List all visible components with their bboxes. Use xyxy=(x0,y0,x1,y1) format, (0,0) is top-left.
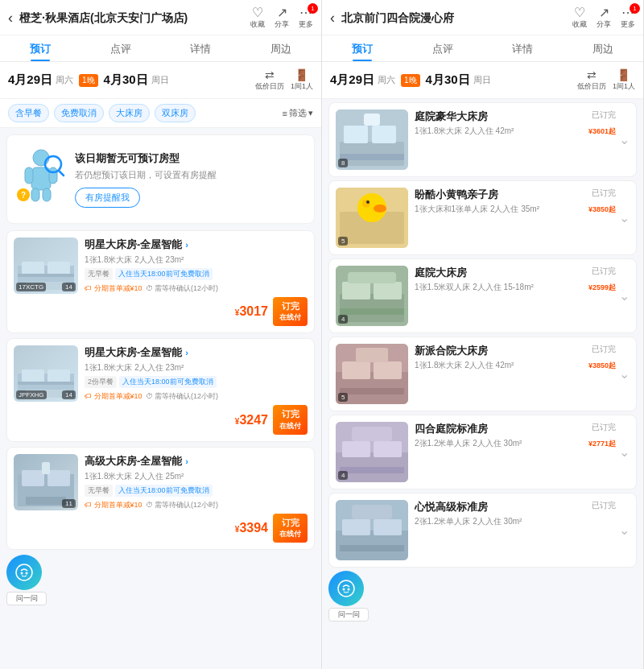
expand-icon-4[interactable]: ⌄ xyxy=(619,444,630,460)
right-room-1: 5 盼酷小黄鸭亲子房 1张大床和1张单人床 2人入住 35m² 已订完 ¥385… xyxy=(328,180,637,255)
svg-point-37 xyxy=(362,200,370,208)
right-price-1: ¥3850起 xyxy=(588,200,616,215)
left-back-icon[interactable]: ‹ xyxy=(8,10,13,27)
notify-btn[interactable]: 有房提醒我 xyxy=(75,188,140,208)
right-room-img-5[interactable] xyxy=(336,500,408,560)
right-room-img-0[interactable]: 8 xyxy=(336,109,408,170)
right-room-name-4[interactable]: 四合庭院标准房 xyxy=(415,422,584,436)
left-low-price-btn[interactable]: ⇄ 低价日历 xyxy=(255,68,284,92)
right-week1: 周六 xyxy=(378,74,395,86)
right-room-img-3[interactable]: 5 xyxy=(336,344,408,404)
left-low-price-label: 低价日历 xyxy=(255,81,284,92)
room-name-0[interactable]: 明星大床房-全屋智能 › xyxy=(85,237,308,252)
filter-breakfast[interactable]: 含早餐 xyxy=(8,104,49,122)
right-low-price-btn[interactable]: ⇄ 低价日历 xyxy=(577,68,606,92)
room-extra-tags-2: 🏷 分期首单减¥10 ⏱ 需等待确认(12小时) xyxy=(85,500,308,510)
right-more-btn[interactable]: ⋯ 1 更多 xyxy=(621,6,635,30)
left-tab-nearby[interactable]: 周边 xyxy=(241,35,321,61)
right-back-icon[interactable]: ‹ xyxy=(330,10,335,27)
right-room-img-2[interactable]: 4 xyxy=(336,266,408,326)
filter-twin[interactable]: 双床房 xyxy=(155,104,196,122)
tag-free-cancel-2: 入住当天18:00前可免费取消 xyxy=(115,485,213,497)
right-room-meta-4: 2张1.2米单人床 2人入住 30m² xyxy=(415,438,584,449)
expand-icon-0[interactable]: ⌄ xyxy=(619,132,630,147)
right-tabs: 预订 点评 详情 周边 xyxy=(322,35,643,62)
svg-rect-23 xyxy=(26,497,66,505)
expand-icon-5[interactable]: ⌄ xyxy=(619,522,630,538)
unavailable-notice: ? 该日期暂无可预订房型 若仍想预订该日期，可设置有房提醒 有房提醒我 xyxy=(6,134,315,224)
left-collect-btn[interactable]: ♡ 收藏 xyxy=(250,6,265,30)
unavailable-line1: 该日期暂无可预订房型 xyxy=(75,151,217,166)
expand-icon-2[interactable]: ⌄ xyxy=(619,288,630,304)
left-tab-detail[interactable]: 详情 xyxy=(161,35,242,61)
clock-tag-2: ⏱ 需等待确认(12小时) xyxy=(146,500,219,510)
left-more-label: 更多 xyxy=(299,19,313,30)
expand-icon-3[interactable]: ⌄ xyxy=(619,366,630,382)
svg-point-27 xyxy=(26,572,28,575)
room-img-0[interactable]: 17XCTG 14 xyxy=(14,237,78,294)
left-panel: ‹ 橙芝·秋果酒店(北京天安门广场店) ♡ 收藏 ↗ 分享 ⋯ 1 更多 预订 … xyxy=(0,0,322,669)
right-sold-0: 已订完 xyxy=(588,109,616,121)
right-room-cnt-1: 5 xyxy=(338,237,348,246)
left-week1: 周六 xyxy=(56,74,73,86)
room-card-2: 11 高级大床房-全屋智能 › 1张1.8米大床 2人入住 25m² 无早餐 入… xyxy=(6,447,315,550)
right-room-info-5: 心悦高级标准房 2张1.2米单人床 2人入住 30m² xyxy=(408,500,587,527)
right-room-0: 8 庭院豪华大床房 1张1.8米大床 2人入住 42m² 已订完 ¥3601起 … xyxy=(328,102,637,177)
right-room-name-3[interactable]: 新派合院大床房 xyxy=(415,344,584,358)
ai-label-left: 问一问 xyxy=(6,592,47,605)
right-price-2: ¥2599起 xyxy=(588,279,616,293)
expand-icon-1[interactable]: ⌄ xyxy=(619,210,630,225)
right-person-btn[interactable]: 🚪 1间1人 xyxy=(613,68,635,92)
right-price-0: ¥3601起 xyxy=(588,122,616,137)
book-btn-0[interactable]: 订完在线付 xyxy=(273,297,308,326)
room-info-0: 明星大床房-全屋智能 › 1张1.8米大床 2人入住 23m² 无早餐 入住当天… xyxy=(78,237,308,326)
right-room-cnt-2: 4 xyxy=(338,315,348,324)
tag-free-cancel: 入住当天18:00前可免费取消 xyxy=(115,268,213,280)
left-tab-booking[interactable]: 预订 xyxy=(0,35,80,61)
ai-btn-right[interactable]: 问一问 xyxy=(328,571,369,622)
left-share-btn[interactable]: ↗ 分享 xyxy=(275,6,289,30)
filter-select-btn[interactable]: ≡ 筛选▾ xyxy=(283,107,313,119)
right-room-name-0[interactable]: 庭院豪华大床房 xyxy=(415,109,584,124)
right-tab-detail[interactable]: 详情 xyxy=(483,35,564,61)
right-room-meta-5: 2张1.2米单人床 2人入住 30m² xyxy=(415,516,587,527)
book-btn-1[interactable]: 订完在线付 xyxy=(273,405,308,434)
book-btn-2[interactable]: 订完在线付 xyxy=(273,514,308,543)
right-panel: ‹ 北京前门四合院漫心府 ♡ 收藏 ↗ 分享 ⋯ 1 更多 预订 点评 详情 周… xyxy=(322,0,644,669)
right-room-2: 4 庭院大床房 1张1.5米双人床 2人入住 15-18m² 已订完 ¥2599… xyxy=(328,258,637,333)
right-room-name-1[interactable]: 盼酷小黄鸭亲子房 xyxy=(415,188,584,202)
room-img-1[interactable]: JPFXHG 14 xyxy=(14,345,78,402)
right-share-btn[interactable]: ↗ 分享 xyxy=(597,6,611,30)
right-date-row: 4月29日 周六 1晚 4月30日 周日 ⇄ 低价日历 🚪 1间1人 xyxy=(322,62,643,99)
ai-btn-left[interactable]: 问一问 xyxy=(6,555,47,605)
right-tab-booking[interactable]: 预订 xyxy=(322,35,402,61)
room-count-1: 14 xyxy=(62,390,76,399)
left-more-btn[interactable]: ⋯ 1 更多 xyxy=(299,6,313,30)
right-tab-nearby[interactable]: 周边 xyxy=(563,35,643,61)
room-img-2[interactable]: 11 xyxy=(14,454,78,510)
filter-free-cancel[interactable]: 免费取消 xyxy=(54,104,104,122)
discount-tag-2: 🏷 分期首单减¥10 xyxy=(85,500,142,510)
room-name-1[interactable]: 明星大床房-全屋智能 › xyxy=(85,345,308,360)
right-price-area-0: 已订完 ¥3601起 xyxy=(584,109,616,137)
right-room-info-0: 庭院豪华大床房 1张1.8米大床 2人入住 42m² xyxy=(408,109,584,137)
right-room-name-5[interactable]: 心悦高级标准房 xyxy=(415,500,587,514)
left-tab-review[interactable]: 点评 xyxy=(80,35,161,61)
right-tab-review[interactable]: 点评 xyxy=(402,35,483,61)
left-person-btn[interactable]: 🚪 1间1人 xyxy=(291,68,313,92)
filter-king[interactable]: 大床房 xyxy=(109,104,150,122)
right-room-img-1[interactable]: 5 xyxy=(336,188,408,248)
svg-point-66 xyxy=(348,588,350,591)
room-name-2[interactable]: 高级大床房-全屋智能 › xyxy=(85,454,308,469)
svg-rect-2 xyxy=(25,167,33,184)
right-collect-btn[interactable]: ♡ 收藏 xyxy=(572,6,587,30)
svg-rect-60 xyxy=(342,519,370,535)
svg-rect-5 xyxy=(43,188,51,201)
clock-tag-0: ⏱ 需等待确认(12小时) xyxy=(146,283,219,294)
right-room-img-4[interactable]: 4 xyxy=(336,422,408,482)
clock-tag-1: ⏱ 需等待确认(12小时) xyxy=(146,391,219,402)
right-sold-2: 已订完 xyxy=(588,266,616,277)
right-room-name-2[interactable]: 庭院大床房 xyxy=(415,266,584,280)
right-room-meta-0: 1张1.8米大床 2人入住 42m² xyxy=(415,126,584,137)
svg-rect-54 xyxy=(342,441,370,457)
